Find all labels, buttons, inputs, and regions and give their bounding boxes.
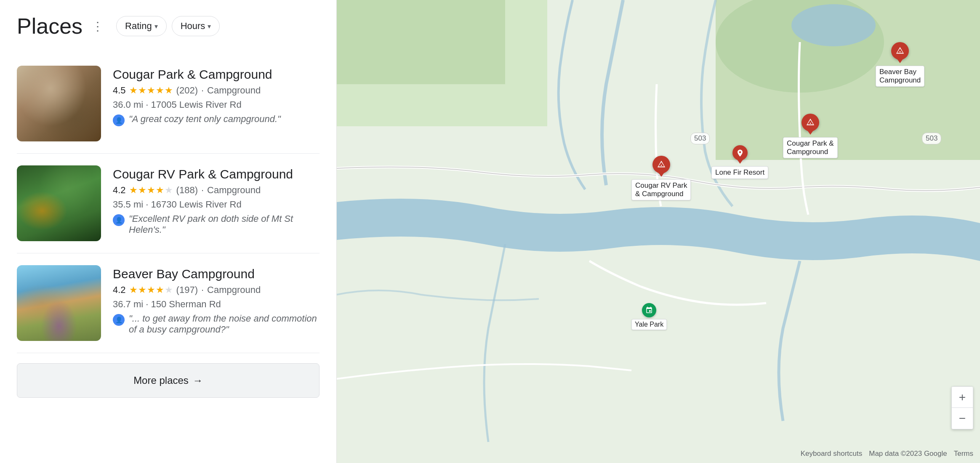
place-info: Cougar RV Park & Campground 4.2 ★ ★ ★ ★ …	[113, 165, 320, 241]
place-info: Beaver Bay Campground 4.2 ★ ★ ★ ★ ★ (197…	[113, 265, 320, 341]
review-text: "... to get away from the noise and comm…	[129, 313, 320, 335]
place-distance: 35.5 mi · 16730 Lewis River Rd	[113, 199, 320, 210]
place-rating-row: 4.5 ★ ★ ★ ★ ★ (202) · Campground	[113, 85, 320, 96]
star-3: ★	[147, 85, 155, 96]
hours-filter-button[interactable]: Hours ▾	[172, 16, 220, 36]
pin-cougar-park[interactable]: Cougar Park &Campground	[783, 114, 838, 158]
place-review: 👤 "... to get away from the noise and co…	[113, 313, 320, 335]
star-4: ★	[156, 85, 164, 96]
separator: ·	[201, 185, 204, 196]
place-thumbnail	[17, 66, 101, 141]
hours-chevron-icon: ▾	[208, 22, 211, 30]
place-rating-row: 4.2 ★ ★ ★ ★ ★ (188) · Campground	[113, 185, 320, 196]
place-distance: 36.0 mi · 17005 Lewis River Rd	[113, 99, 320, 110]
park-pin-yale	[642, 303, 656, 317]
rating-chevron-icon: ▾	[154, 22, 158, 30]
terms-link[interactable]: Terms	[954, 450, 973, 458]
place-name: Cougar RV Park & Campground	[113, 167, 320, 181]
pin-label-cougar-park: Cougar Park &Campground	[783, 137, 838, 158]
more-options-icon[interactable]: ⋮	[89, 17, 106, 36]
pin-bubble-cougar-rv	[652, 156, 670, 173]
star-2: ★	[138, 285, 146, 295]
zoom-in-button[interactable]: +	[952, 387, 973, 408]
place-name: Cougar Park & Campground	[113, 67, 320, 82]
list-item[interactable]: Cougar Park & Campground 4.5 ★ ★ ★ ★ ★ (…	[17, 54, 320, 154]
place-name: Beaver Bay Campground	[113, 267, 320, 281]
road-label-503-left: 503	[690, 133, 710, 144]
star-5: ★	[165, 285, 173, 295]
review-count: (188)	[176, 185, 198, 196]
map-container[interactable]: Beaver BayCampground Cougar Park &Campgr…	[337, 0, 980, 463]
svg-point-8	[660, 165, 662, 166]
separator: ·	[201, 85, 204, 96]
star-rating: ★ ★ ★ ★ ★	[129, 85, 173, 96]
page-title: Places	[17, 13, 83, 39]
pin-cougar-rv[interactable]: Cougar RV Park& Campground	[631, 156, 691, 200]
star-5: ★	[165, 185, 173, 196]
rating-number: 4.2	[113, 185, 126, 196]
svg-point-5	[791, 4, 876, 46]
pin-yale-park[interactable]: Yale Park	[631, 303, 667, 330]
svg-point-7	[810, 122, 811, 124]
filter-buttons: Rating ▾ Hours ▾	[116, 16, 220, 36]
review-count: (202)	[176, 85, 198, 96]
pin-label-beaver-bay: Beaver BayCampground	[876, 66, 924, 87]
park-label-yale: Yale Park	[631, 319, 667, 330]
star-4: ★	[156, 285, 164, 295]
star-2: ★	[138, 185, 146, 196]
star-rating: ★ ★ ★ ★ ★	[129, 285, 173, 295]
map-attribution: Keyboard shortcuts Map data ©2023 Google…	[801, 450, 973, 458]
more-places-button[interactable]: More places →	[17, 363, 320, 398]
svg-point-6	[900, 51, 901, 52]
review-text: "Excellent RV park on doth side of Mt St…	[129, 213, 320, 235]
place-type: Campground	[207, 85, 261, 96]
place-thumbnail	[17, 165, 101, 241]
pin-label-cougar-rv: Cougar RV Park& Campground	[631, 179, 691, 200]
star-1: ★	[129, 285, 138, 295]
place-distance: 36.7 mi · 150 Sherman Rd	[113, 299, 320, 310]
rating-number: 4.5	[113, 85, 126, 96]
place-info: Cougar Park & Campground 4.5 ★ ★ ★ ★ ★ (…	[113, 66, 320, 141]
header: Places ⋮ Rating ▾ Hours ▾	[17, 13, 320, 39]
zoom-out-button[interactable]: −	[952, 408, 973, 429]
star-5: ★	[165, 85, 173, 96]
pin-bubble-cougar-park	[802, 114, 819, 131]
map-panel: Beaver BayCampground Cougar Park &Campgr…	[337, 0, 980, 463]
place-type: Campground	[207, 185, 261, 196]
list-item[interactable]: Cougar RV Park & Campground 4.2 ★ ★ ★ ★ …	[17, 154, 320, 253]
road-label-503-right: 503	[922, 133, 941, 144]
star-2: ★	[138, 85, 146, 96]
map-data-label: Map data ©2023 Google	[869, 450, 947, 458]
place-rating-row: 4.2 ★ ★ ★ ★ ★ (197) · Campground	[113, 285, 320, 295]
pin-beaver-bay[interactable]: Beaver BayCampground	[876, 42, 924, 87]
rating-filter-label: Rating	[125, 21, 152, 32]
hours-filter-label: Hours	[181, 21, 205, 32]
arrow-icon: →	[193, 375, 203, 386]
star-rating: ★ ★ ★ ★ ★	[129, 185, 173, 196]
star-3: ★	[147, 185, 155, 196]
avatar: 👤	[113, 114, 125, 126]
place-type: Campground	[207, 285, 261, 295]
zoom-controls: + −	[951, 386, 973, 429]
list-item[interactable]: Beaver Bay Campground 4.2 ★ ★ ★ ★ ★ (197…	[17, 253, 320, 353]
review-text: "A great cozy tent only campground."	[129, 114, 281, 125]
keyboard-shortcuts-link[interactable]: Keyboard shortcuts	[801, 450, 862, 458]
star-1: ★	[129, 85, 138, 96]
pin-label-lone-fir: Lone Fir Resort	[711, 166, 768, 179]
place-review: 👤 "Excellent RV park on doth side of Mt …	[113, 213, 320, 235]
more-places-label: More places	[133, 375, 189, 386]
rating-number: 4.2	[113, 285, 126, 295]
pin-lone-fir[interactable]: Lone Fir Resort	[711, 145, 768, 179]
left-panel: Places ⋮ Rating ▾ Hours ▾ Cougar Park & …	[0, 0, 337, 463]
place-review: 👤 "A great cozy tent only campground."	[113, 114, 320, 126]
rating-filter-button[interactable]: Rating ▾	[116, 16, 167, 36]
place-thumbnail	[17, 265, 101, 341]
star-3: ★	[147, 285, 155, 295]
place-list: Cougar Park & Campground 4.5 ★ ★ ★ ★ ★ (…	[17, 54, 320, 353]
separator: ·	[201, 285, 204, 295]
pin-bubble-beaver-bay	[891, 42, 909, 60]
review-count: (197)	[176, 285, 198, 295]
pin-bubble-lone-fir	[732, 145, 748, 160]
avatar: 👤	[113, 314, 125, 326]
avatar: 👤	[113, 214, 125, 226]
